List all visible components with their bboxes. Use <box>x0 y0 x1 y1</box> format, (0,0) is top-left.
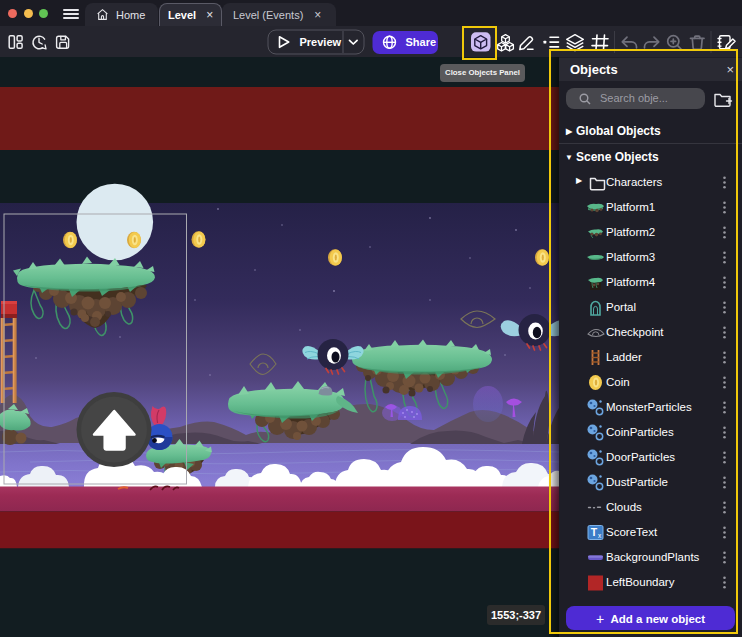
svg-text:Preview: Preview <box>300 36 342 48</box>
svg-text:Share: Share <box>406 36 437 48</box>
svg-text:1553;-337: 1553;-337 <box>491 609 541 621</box>
